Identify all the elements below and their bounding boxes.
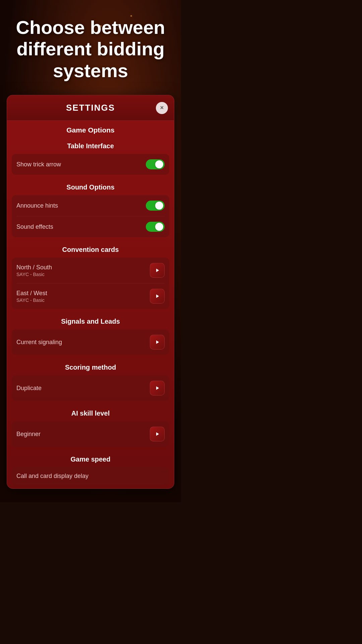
- north-south-arrow-button[interactable]: [150, 263, 165, 278]
- announce-hints-toggle[interactable]: [146, 201, 165, 211]
- scoring-method-header: Scoring method: [7, 358, 174, 375]
- beginner-row: Beginner: [16, 421, 165, 447]
- show-trick-arrow-label: Show trick arrow: [16, 161, 61, 168]
- scoring-method-section: Scoring method Duplicate: [7, 358, 174, 401]
- announce-hints-row: Announce hints: [16, 195, 165, 216]
- show-trick-arrow-row: Show trick arrow: [16, 154, 165, 175]
- convention-cards-header: Convention cards: [7, 240, 174, 258]
- north-south-label: North / South: [16, 264, 52, 271]
- convention-cards-section: Convention cards North / South SAYC - Ba…: [7, 240, 174, 309]
- east-west-labels: East / West SAYC - Basic: [16, 290, 47, 303]
- table-interface-inner: Show trick arrow: [12, 154, 169, 175]
- modal-header: SETTINGS ×: [7, 95, 174, 121]
- north-south-row: North / South SAYC - Basic: [16, 258, 165, 283]
- settings-modal: SETTINGS × Game Options Table Interface …: [7, 95, 174, 489]
- east-west-arrow-button[interactable]: [150, 289, 165, 304]
- svg-marker-1: [156, 294, 159, 298]
- svg-marker-0: [156, 269, 159, 272]
- close-icon: ×: [160, 104, 164, 111]
- ai-skill-header: AI skill level: [7, 404, 174, 421]
- beginner-arrow-button[interactable]: [150, 427, 165, 441]
- sound-effects-row: Sound effects: [16, 216, 165, 237]
- play-icon: [154, 385, 160, 391]
- signals-leads-inner: Current signaling: [12, 329, 169, 355]
- play-icon: [154, 267, 160, 273]
- announce-hints-label: Announce hints: [16, 202, 58, 209]
- beginner-label: Beginner: [16, 431, 41, 438]
- play-icon: [154, 293, 160, 299]
- current-signaling-label: Current signaling: [16, 339, 62, 346]
- north-south-labels: North / South SAYC - Basic: [16, 264, 52, 277]
- table-interface-header: Table Interface: [7, 137, 174, 154]
- table-interface-section: Table Interface Show trick arrow: [7, 137, 174, 175]
- svg-marker-2: [156, 340, 159, 344]
- east-west-label: East / West: [16, 290, 47, 297]
- close-button[interactable]: ×: [156, 102, 168, 114]
- play-icon: [154, 431, 160, 437]
- game-speed-section: Game speed Call and card display delay: [7, 450, 174, 485]
- svg-marker-4: [156, 432, 159, 436]
- sound-effects-label: Sound effects: [16, 223, 53, 230]
- hero-section: Choose between different bidding systems: [0, 0, 181, 92]
- sound-options-inner: Announce hints Sound effects: [12, 195, 169, 237]
- call-card-delay-row: Call and card display delay: [16, 467, 165, 485]
- signals-leads-header: Signals and Leads: [7, 312, 174, 329]
- sound-options-header: Sound Options: [7, 178, 174, 195]
- show-trick-arrow-toggle[interactable]: [146, 159, 165, 169]
- duplicate-row: Duplicate: [16, 375, 165, 401]
- north-south-sublabel: SAYC - Basic: [16, 272, 52, 277]
- duplicate-arrow-button[interactable]: [150, 381, 165, 395]
- game-options-header: Game Options: [7, 121, 174, 137]
- duplicate-label: Duplicate: [16, 385, 42, 392]
- svg-marker-3: [156, 386, 159, 390]
- modal-title: SETTINGS: [66, 103, 115, 113]
- signals-leads-section: Signals and Leads Current signaling: [7, 312, 174, 355]
- play-icon: [154, 339, 160, 345]
- current-signaling-arrow-button[interactable]: [150, 335, 165, 350]
- scoring-method-inner: Duplicate: [12, 375, 169, 401]
- call-card-delay-label: Call and card display delay: [16, 473, 88, 480]
- current-signaling-row: Current signaling: [16, 329, 165, 355]
- sound-effects-toggle[interactable]: [146, 222, 165, 232]
- game-speed-inner: Call and card display delay: [12, 467, 169, 485]
- convention-cards-inner: North / South SAYC - Basic East / West S…: [12, 258, 169, 309]
- game-speed-header: Game speed: [7, 450, 174, 467]
- ai-skill-section: AI skill level Beginner: [7, 404, 174, 447]
- east-west-row: East / West SAYC - Basic: [16, 283, 165, 309]
- sound-options-section: Sound Options Announce hints Sound effec…: [7, 178, 174, 237]
- hero-title: Choose between different bidding systems: [13, 17, 168, 82]
- ai-skill-inner: Beginner: [12, 421, 169, 447]
- east-west-sublabel: SAYC - Basic: [16, 298, 47, 303]
